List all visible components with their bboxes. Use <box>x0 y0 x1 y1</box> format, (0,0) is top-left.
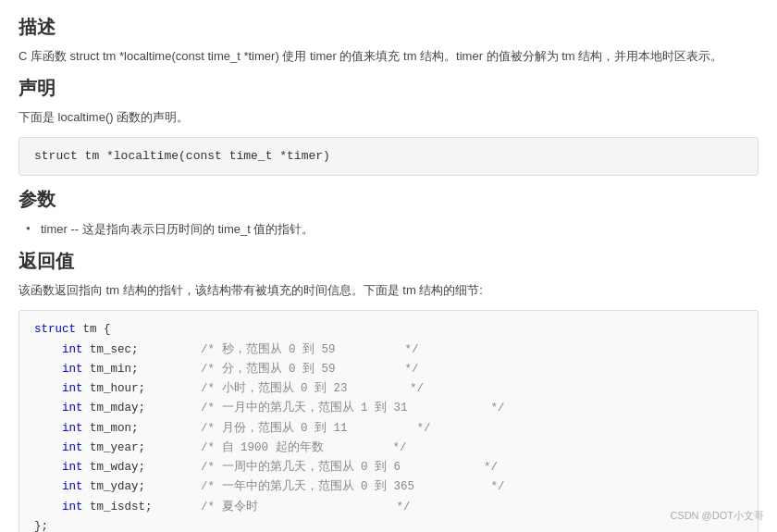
param-text: timer -- 这是指向表示日历时间的 time_t 值的指针。 <box>41 222 314 236</box>
title-description: 描述 <box>18 15 758 40</box>
parameter-list: timer -- 这是指向表示日历时间的 time_t 值的指针。 <box>28 219 758 240</box>
declaration-code: struct tm *localtime(const time_t *timer… <box>18 137 758 177</box>
section-return-value: 返回值 该函数返回指向 tm 结构的指针，该结构带有被填充的时间信息。下面是 t… <box>18 249 758 532</box>
title-return-value: 返回值 <box>18 249 758 274</box>
declaration-intro: 下面是 localtime() 函数的声明。 <box>18 108 758 128</box>
section-declaration: 声明 下面是 localtime() 函数的声明。 struct tm *loc… <box>18 76 758 177</box>
section-description: 描述 C 库函数 struct tm *localtime(const time… <box>18 15 758 67</box>
return-value-text: 该函数返回指向 tm 结构的指针，该结构带有被填充的时间信息。下面是 tm 结构… <box>18 281 758 301</box>
watermark: CSDN @DOT小文哥 <box>670 509 764 523</box>
return-value-code: struct tm { int tm_sec; /* 秒，范围从 0 到 59 … <box>18 310 758 532</box>
title-declaration: 声明 <box>18 76 758 101</box>
title-parameters: 参数 <box>18 187 758 212</box>
section-parameters: 参数 timer -- 这是指向表示日历时间的 time_t 值的指针。 <box>18 187 758 240</box>
description-text: C 库函数 struct tm *localtime(const time_t … <box>18 47 758 67</box>
list-item: timer -- 这是指向表示日历时间的 time_t 值的指针。 <box>28 219 758 240</box>
